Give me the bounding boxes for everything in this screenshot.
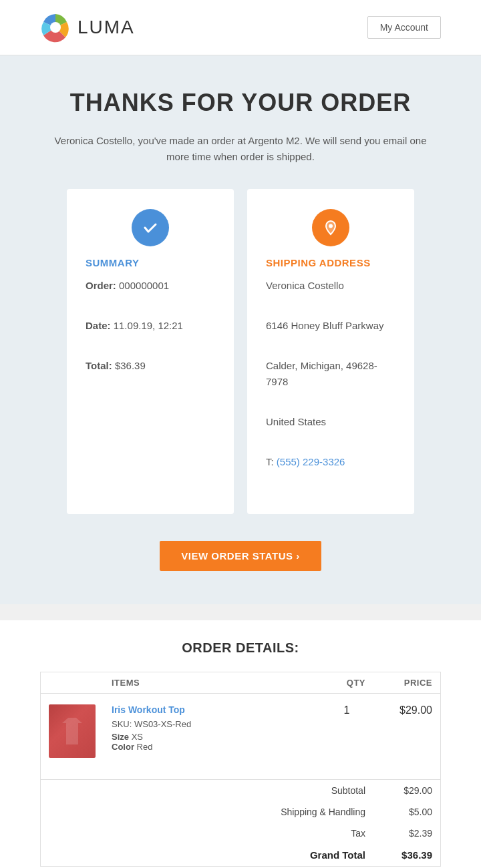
phone-label: T: [266,456,274,467]
product-size: Size XS [112,732,312,742]
phone-link[interactable]: (555) 229-3326 [277,456,345,467]
col-qty-header: QTY [320,672,373,694]
tax-label: Tax [41,823,373,844]
product-info-cell: Iris Workout Top SKU: WS03-XS-Red Size X… [104,694,320,769]
col-items-header: ITEMS [104,672,320,694]
svg-point-2 [329,224,333,228]
grand-total-value: $36.39 [373,844,440,866]
header: LUMA My Account [0,0,481,55]
shipping-card: SHIPPING ADDRESS Veronica Costello 6146 … [247,189,414,514]
tax-row: Tax $2.39 [41,823,440,844]
shipping-city-state: Calder, Michigan, 49628-7978 [266,358,395,390]
col-img-header [41,672,104,694]
hero-section: THANKS FOR YOUR ORDER Veronica Costello,… [0,55,481,604]
checkmark-icon [132,209,169,246]
subtotal-row: Subtotal $29.00 [41,780,440,802]
order-details-title: ORDER DETAILS: [40,640,441,656]
product-image [49,704,96,758]
product-image-inner [49,704,96,758]
totals-table: Subtotal $29.00 Shipping & Handling $5.0… [41,779,440,866]
grand-total-row: Grand Total $36.39 [41,844,440,866]
order-table: ITEMS QTY PRICE Iris Workout Top SKU: WS… [41,672,440,769]
logo-text: LUMA [77,17,135,38]
product-price-cell: $29.00 [373,694,440,769]
subtotal-value: $29.00 [373,780,440,802]
table-row: Iris Workout Top SKU: WS03-XS-Red Size X… [41,694,440,769]
size-label: Size [112,732,129,742]
logo-icon [40,12,71,43]
col-price-header: PRICE [373,672,440,694]
summary-card: SUMMARY Order: 000000001 Date: 11.09.19,… [67,189,234,514]
grand-total-label: Grand Total [41,844,373,866]
tax-value: $2.39 [373,823,440,844]
shipping-country: United States [266,414,395,430]
summary-icon-container [86,209,215,246]
shipping-phone: T: (555) 229-3326 [266,454,395,470]
location-icon [312,209,349,246]
shipping-card-title: SHIPPING ADDRESS [266,257,395,268]
product-name-link[interactable]: Iris Workout Top [112,704,312,715]
shipping-row: Shipping & Handling $5.00 [41,801,440,823]
page-title: THANKS FOR YOUR ORDER [40,89,441,117]
product-sku: SKU: WS03-XS-Red [112,719,312,729]
shipping-card-body: Veronica Costello 6146 Honey Bluff Parkw… [266,278,395,470]
order-date: 11.09.19, 12:21 [114,320,183,331]
order-details-section: ORDER DETAILS: ITEMS QTY PRICE [0,620,481,868]
product-qty-cell: 1 [320,694,373,769]
order-label: Order: [86,280,116,291]
product-color: Color Red [112,742,312,752]
order-confirmation-text: Veronica Costello, you've made an order … [53,133,428,165]
color-label: Color [112,742,134,752]
shipping-icon-container [266,209,395,246]
logo: LUMA [40,12,135,43]
section-gap [0,604,481,620]
my-account-button[interactable]: My Account [367,16,441,39]
view-order-status-button[interactable]: VIEW ORDER STATUS › [160,541,321,571]
shipping-value: $5.00 [373,801,440,823]
total-label: Total: [86,360,112,371]
date-label: Date: [86,320,111,331]
order-total: $36.39 [115,360,146,371]
order-number: 000000001 [119,280,169,291]
subtotal-label: Subtotal [41,780,373,802]
summary-card-body: Order: 000000001 Date: 11.09.19, 12:21 T… [86,278,215,374]
shipping-label: Shipping & Handling [41,801,373,823]
summary-card-title: SUMMARY [86,257,215,268]
size-value: XS [132,732,143,742]
cards-row: SUMMARY Order: 000000001 Date: 11.09.19,… [40,189,441,514]
order-table-container: ITEMS QTY PRICE Iris Workout Top SKU: WS… [40,672,441,867]
shipping-street: 6146 Honey Bluff Parkway [266,318,395,334]
product-image-cell [41,694,104,769]
color-value: Red [137,742,153,752]
shipping-name: Veronica Costello [266,278,395,294]
svg-point-1 [50,22,61,33]
